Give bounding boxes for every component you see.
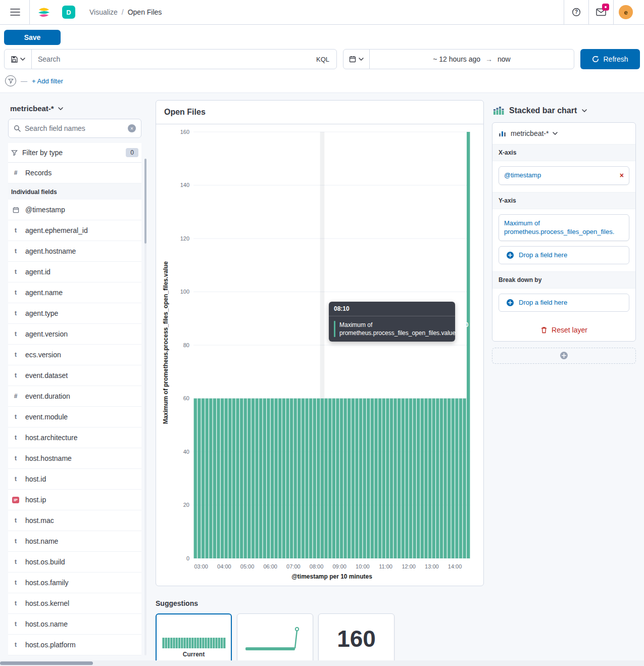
field-item[interactable]: tagent.ephemeral_id bbox=[8, 220, 141, 241]
y-axis-title: Maximum of prometheus.process_files_open… bbox=[160, 125, 171, 586]
svg-text:100: 100 bbox=[180, 289, 189, 295]
field-item[interactable]: thost.architecture bbox=[8, 427, 141, 448]
saved-query-menu-button[interactable] bbox=[5, 50, 32, 69]
suggestion-metric-card[interactable]: 160 bbox=[318, 613, 394, 664]
x-axis-field: @timestamp bbox=[504, 171, 541, 180]
date-quick-menu-button[interactable] bbox=[343, 50, 370, 69]
layer-index-pattern-button[interactable]: metricbeat-* bbox=[492, 123, 635, 144]
field-item[interactable]: thost.mac bbox=[8, 510, 141, 531]
string-field-icon: t bbox=[11, 474, 20, 484]
field-item[interactable]: #event.duration bbox=[8, 386, 141, 407]
lens-editor: metricbeat-* × Filter by type 0 # Record… bbox=[0, 93, 644, 665]
field-item[interactable]: tevent.dataset bbox=[8, 365, 141, 386]
string-field-icon: t bbox=[11, 454, 20, 463]
index-pattern-name: metricbeat-* bbox=[10, 104, 54, 113]
field-name: Records bbox=[25, 169, 52, 177]
svg-text:160: 160 bbox=[180, 129, 189, 135]
reset-layer-button[interactable]: Reset layer bbox=[492, 319, 635, 341]
save-button[interactable]: Save bbox=[4, 30, 61, 45]
suggestion-line-card[interactable] bbox=[237, 613, 313, 664]
filter-by-type-button[interactable]: Filter by type 0 bbox=[8, 143, 141, 163]
suggestion-current-label: Current bbox=[183, 651, 205, 658]
svg-text:05:00: 05:00 bbox=[240, 563, 255, 569]
field-name: agent.name bbox=[25, 289, 63, 297]
workspace: Open Files Maximum of prometheus.process… bbox=[156, 100, 484, 664]
field-item[interactable]: @timestamp bbox=[8, 200, 141, 220]
search-input[interactable] bbox=[32, 55, 309, 63]
field-item[interactable]: tagent.version bbox=[8, 324, 141, 345]
field-item[interactable]: thost.hostname bbox=[8, 448, 141, 469]
break-down-drop-target[interactable]: Drop a field here bbox=[499, 294, 629, 312]
plus-in-circle-icon bbox=[506, 299, 514, 307]
svg-text:11:00: 11:00 bbox=[379, 563, 392, 569]
query-language-button[interactable]: KQL bbox=[309, 50, 336, 69]
field-name: @timestamp bbox=[25, 206, 65, 214]
help-button[interactable]: ? bbox=[564, 0, 588, 24]
field-list: @timestamptagent.ephemeral_idtagent.host… bbox=[8, 200, 141, 655]
drop-field-label: Drop a field here bbox=[519, 251, 567, 259]
y-axis-drop-target[interactable]: Drop a field here bbox=[499, 246, 629, 264]
open-files-chart[interactable]: 02040608010012014016003:0004:0005:0006:0… bbox=[171, 125, 474, 584]
field-name: event.duration bbox=[25, 392, 70, 400]
field-item[interactable]: tevent.module bbox=[8, 407, 141, 427]
field-item[interactable]: thost.id bbox=[8, 469, 141, 490]
remove-dimension-icon[interactable]: × bbox=[616, 171, 624, 180]
breadcrumb: Visualize / Open Files bbox=[89, 8, 162, 16]
svg-text:40: 40 bbox=[183, 449, 189, 455]
breadcrumb-page: Open Files bbox=[128, 8, 162, 16]
time-range[interactable]: ~ 12 hours ago → now bbox=[370, 55, 574, 63]
chart-type-switcher[interactable]: Stacked bar chart bbox=[492, 100, 636, 122]
chevron-down-icon bbox=[58, 107, 63, 110]
field-name: agent.type bbox=[25, 309, 58, 317]
field-item[interactable]: tagent.name bbox=[8, 282, 141, 303]
field-item-records[interactable]: # Records bbox=[8, 163, 141, 183]
collapse-dash-icon: — bbox=[21, 77, 27, 85]
field-item[interactable]: thost.os.kernel bbox=[8, 593, 141, 614]
field-name: agent.id bbox=[25, 268, 51, 276]
menu-button[interactable] bbox=[6, 3, 24, 21]
filter-by-type-label: Filter by type bbox=[22, 149, 63, 157]
y-axis-dimension-chip[interactable]: Maximum of prometheus.process_files_open… bbox=[499, 214, 629, 241]
field-item[interactable]: tecs.version bbox=[8, 345, 141, 365]
x-axis-dimension-chip[interactable]: @timestamp × bbox=[499, 166, 629, 185]
field-item[interactable]: thost.name bbox=[8, 531, 141, 552]
elastic-logo[interactable] bbox=[35, 3, 53, 21]
y-axis-section-label: Y-axis bbox=[492, 192, 635, 209]
trash-icon bbox=[540, 326, 548, 334]
user-menu-button[interactable]: e bbox=[614, 0, 638, 24]
tooltip-series-label: Maximum of prometheus.process_files_open… bbox=[339, 321, 456, 337]
field-name: host.os.name bbox=[25, 620, 68, 628]
time-range-from[interactable]: ~ 12 hours ago bbox=[433, 55, 480, 63]
add-filter-button[interactable]: + Add filter bbox=[32, 77, 63, 85]
chart-tooltip: 08:10 Maximum of prometheus.process_file… bbox=[329, 302, 455, 342]
field-name: ecs.version bbox=[25, 351, 61, 359]
field-item[interactable]: tagent.hostname bbox=[8, 241, 141, 262]
svg-text:08:00: 08:00 bbox=[310, 563, 324, 569]
suggestion-current-chart bbox=[161, 620, 227, 649]
field-item[interactable]: thost.os.platform bbox=[8, 635, 141, 655]
svg-text:04:00: 04:00 bbox=[217, 563, 231, 569]
field-item[interactable]: thost.os.name bbox=[8, 614, 141, 635]
horizontal-scrollbar-thumb[interactable] bbox=[0, 661, 93, 665]
breadcrumb-section[interactable]: Visualize bbox=[89, 8, 118, 16]
avatar: e bbox=[619, 5, 633, 19]
field-name: host.architecture bbox=[25, 434, 78, 442]
field-item[interactable]: thost.os.family bbox=[8, 573, 141, 593]
sidebar-scrollbar-thumb[interactable] bbox=[144, 159, 146, 244]
filter-menu-button[interactable] bbox=[5, 75, 16, 86]
field-search-input[interactable] bbox=[25, 124, 124, 132]
field-item[interactable]: tagent.type bbox=[8, 303, 141, 324]
refresh-button[interactable]: Refresh bbox=[580, 49, 640, 69]
header-divider bbox=[29, 0, 30, 24]
notifications-button[interactable] bbox=[589, 0, 613, 24]
field-item[interactable]: tagent.id bbox=[8, 262, 141, 282]
suggestion-current-card[interactable]: Current bbox=[156, 613, 232, 664]
index-pattern-switcher[interactable]: metricbeat-* bbox=[8, 100, 141, 119]
field-item[interactable]: IPhost.ip bbox=[8, 490, 141, 510]
time-range-to[interactable]: now bbox=[498, 55, 511, 63]
field-item[interactable]: thost.os.build bbox=[8, 552, 141, 573]
add-layer-button[interactable] bbox=[492, 348, 636, 364]
chevron-down-icon bbox=[582, 109, 587, 112]
space-badge[interactable]: D bbox=[62, 6, 75, 19]
clear-search-button[interactable]: × bbox=[128, 124, 136, 132]
